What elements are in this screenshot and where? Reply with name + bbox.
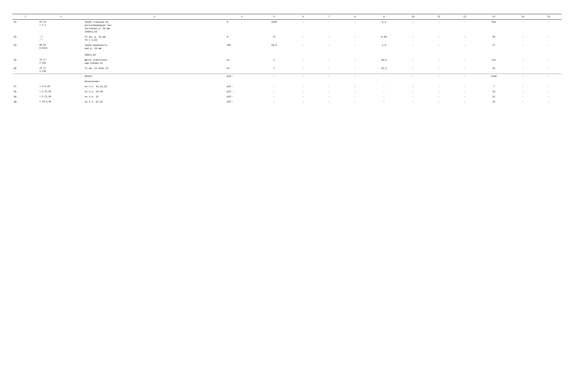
col-header-13: I3 xyxy=(478,14,510,19)
col-header-3: 3 xyxy=(83,14,226,19)
col-header-7: 7 xyxy=(316,14,342,19)
table-row: 39.т.2-II,9%по п.п. 3Iруб.–––––––––22–– xyxy=(12,94,562,99)
col-header-10: IO xyxy=(400,14,426,19)
main-table-wrapper: I 2 3 4 5 6 7 8 9 IO II I2 I3 I4 I5 xyxy=(12,14,562,104)
col-header-11: II xyxy=(426,14,452,19)
col-header-9: 9 xyxy=(368,14,400,19)
col-header-15: I5 xyxy=(536,14,562,19)
table-row: 32.0I-I3 т.I-IТруба стальная во- догазоп… xyxy=(12,20,562,34)
col-header-14: I4 xyxy=(510,14,536,19)
table-row: 35.I5-I7 2-I53Щиток осветитель- ный СУ94… xyxy=(12,58,562,66)
col-header-2: 2 xyxy=(38,14,83,19)
col-header-12: I2 xyxy=(452,14,478,19)
table-row: 40.т.IO-3,4%по п.п. 3I,33руб.–––––––––23… xyxy=(12,99,562,104)
table-row: Начисления: xyxy=(12,79,562,84)
table-row: 38.т.3-II,6%по п.п. 26-30руб. –––––––––I… xyxy=(12,89,562,94)
col-header-8: 8 xyxy=(342,14,368,19)
col-header-4: 4 xyxy=(226,14,258,19)
table-row: 37.т.5-8,2%по п.п. 23,24,25руб.–––––––––… xyxy=(12,84,562,89)
col-header-5: 5 xyxy=(258,14,290,19)
column-headers: I 2 3 4 5 6 7 8 9 IO II I2 I3 I4 I5 xyxy=(12,14,562,19)
table-row: 36.I5-I7 2-I39То же, СУ 9442-I3шт.I–––4I… xyxy=(12,66,562,74)
col-header-6: 6 xyxy=(290,14,316,19)
table-row: 33.–"– –"–То же, д. 32 мм 70 х 1,03м72––… xyxy=(12,34,562,43)
col-header-1: I xyxy=(12,14,38,19)
table-row: 34.05-03 8-0I23Труба винипласто- вая д. … xyxy=(12,43,562,58)
table-row: ИТОГО:руб.–––––––––II69–– xyxy=(12,74,562,79)
